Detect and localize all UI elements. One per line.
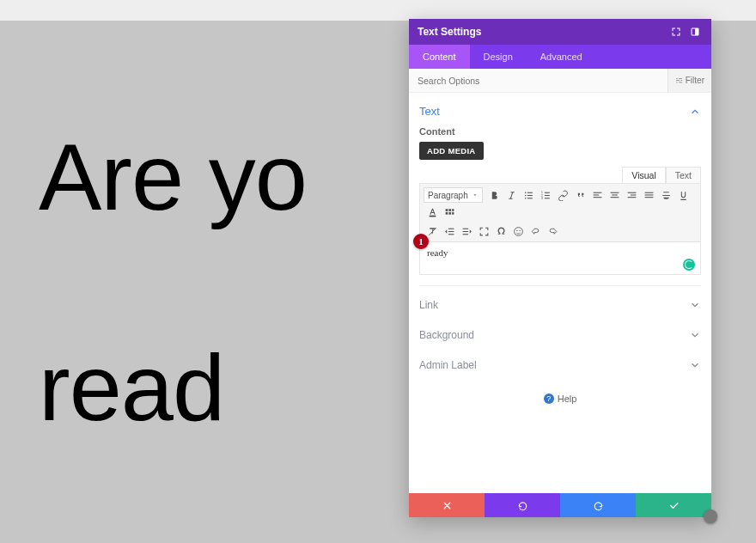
svg-rect-5: [527, 194, 533, 195]
undo-button[interactable]: [485, 493, 560, 517]
text-settings-panel: Text Settings Content Design Advanced Fi…: [409, 19, 711, 517]
svg-rect-18: [612, 194, 618, 195]
svg-rect-31: [448, 211, 451, 214]
redo-icon[interactable]: [544, 223, 561, 240]
tab-design[interactable]: Design: [470, 45, 527, 69]
content-label: Content: [419, 126, 701, 137]
svg-rect-20: [628, 192, 637, 192]
blockquote-icon[interactable]: [572, 186, 589, 204]
tab-advanced[interactable]: Advanced: [527, 45, 596, 69]
panel-body: Text Content ADD MEDIA Visual Text Parag…: [409, 93, 711, 493]
panel-footer: [409, 493, 711, 517]
section-admin-label-header[interactable]: Admin Label: [419, 350, 701, 380]
numbered-list-icon[interactable]: 123: [538, 186, 555, 204]
paragraph-select-label: Paragraph: [428, 191, 468, 200]
save-button[interactable]: [636, 493, 711, 517]
svg-rect-16: [594, 197, 602, 198]
bold-icon[interactable]: [486, 186, 503, 204]
svg-rect-11: [545, 194, 550, 195]
snap-icon[interactable]: [687, 24, 703, 40]
section-text-header[interactable]: Text: [419, 101, 701, 125]
editor-mode-visual[interactable]: Visual: [622, 167, 665, 183]
section-link-header[interactable]: Link: [419, 290, 701, 320]
svg-rect-25: [645, 197, 654, 198]
svg-rect-32: [452, 211, 454, 214]
svg-rect-1: [695, 28, 698, 35]
redo-button[interactable]: [560, 493, 636, 517]
svg-rect-34: [448, 228, 454, 229]
svg-rect-3: [527, 192, 533, 192]
svg-rect-13: [545, 198, 550, 198]
editor-toolbar: Paragraph 123: [419, 183, 701, 242]
align-right-icon[interactable]: [624, 186, 641, 204]
resize-grip[interactable]: [704, 509, 717, 523]
link-icon[interactable]: [555, 186, 572, 204]
panel-header[interactable]: Text Settings: [409, 19, 711, 45]
editor-mode-text[interactable]: Text: [666, 167, 701, 183]
svg-point-2: [525, 192, 527, 193]
svg-point-42: [519, 229, 520, 230]
svg-rect-26: [429, 215, 436, 217]
svg-point-41: [516, 229, 517, 230]
svg-rect-35: [448, 230, 454, 231]
section-text-title: Text: [419, 105, 440, 118]
italic-icon[interactable]: [503, 186, 521, 204]
strikethrough-icon[interactable]: [658, 186, 675, 204]
search-row: Filter: [409, 69, 711, 93]
align-center-icon[interactable]: [607, 186, 624, 204]
svg-rect-14: [594, 192, 602, 192]
text-color-icon[interactable]: [424, 204, 441, 221]
filter-label: Filter: [686, 76, 704, 85]
panel-title: Text Settings: [418, 26, 665, 38]
grammarly-icon[interactable]: [683, 259, 695, 271]
svg-point-40: [514, 227, 522, 235]
special-char-icon[interactable]: [492, 223, 509, 240]
emoji-icon[interactable]: [509, 223, 527, 240]
svg-rect-37: [462, 228, 468, 229]
chevron-up-icon: [689, 106, 701, 118]
browser-top-strip: [0, 0, 756, 21]
svg-rect-19: [611, 197, 619, 198]
bullet-list-icon[interactable]: [521, 186, 538, 204]
svg-rect-38: [462, 230, 468, 231]
editor-mode-tabs: Visual Text: [419, 167, 701, 183]
svg-rect-30: [445, 211, 448, 214]
panel-tabs: Content Design Advanced: [409, 45, 711, 69]
indent-icon[interactable]: [458, 223, 475, 240]
add-media-button[interactable]: ADD MEDIA: [419, 142, 484, 160]
svg-rect-21: [631, 194, 637, 195]
outdent-icon[interactable]: [441, 223, 458, 240]
svg-point-4: [525, 194, 527, 196]
svg-rect-24: [645, 194, 654, 195]
filter-button[interactable]: Filter: [668, 69, 711, 92]
align-left-icon[interactable]: [589, 186, 607, 204]
section-background-header[interactable]: Background: [419, 320, 701, 350]
help-label: Help: [558, 394, 577, 404]
undo-icon[interactable]: [527, 223, 544, 240]
align-justify-icon[interactable]: [641, 186, 658, 204]
chevron-down-icon: [689, 359, 701, 371]
svg-rect-29: [452, 209, 454, 211]
svg-rect-17: [611, 192, 619, 192]
section-link-title: Link: [419, 299, 438, 311]
discard-button[interactable]: [409, 493, 485, 517]
underline-icon[interactable]: [675, 186, 692, 204]
svg-rect-9: [545, 192, 550, 192]
fullscreen-icon[interactable]: [475, 223, 492, 240]
annotation-badge-1: 1: [413, 234, 429, 249]
svg-rect-28: [448, 209, 451, 211]
editor-content[interactable]: 1 ready: [419, 242, 701, 275]
tab-content[interactable]: Content: [409, 45, 470, 69]
toolbar-toggle-icon[interactable]: [441, 204, 458, 221]
expand-icon[interactable]: [668, 24, 684, 40]
help-link[interactable]: ? Help: [419, 380, 701, 418]
svg-rect-22: [628, 197, 637, 198]
editor-text: ready: [427, 247, 448, 258]
search-input[interactable]: [409, 76, 668, 86]
svg-point-6: [525, 197, 527, 198]
paragraph-select[interactable]: Paragraph: [424, 187, 483, 203]
section-background-title: Background: [419, 329, 474, 341]
svg-rect-39: [462, 234, 468, 235]
svg-rect-27: [445, 209, 448, 211]
chevron-down-icon: [689, 299, 701, 311]
